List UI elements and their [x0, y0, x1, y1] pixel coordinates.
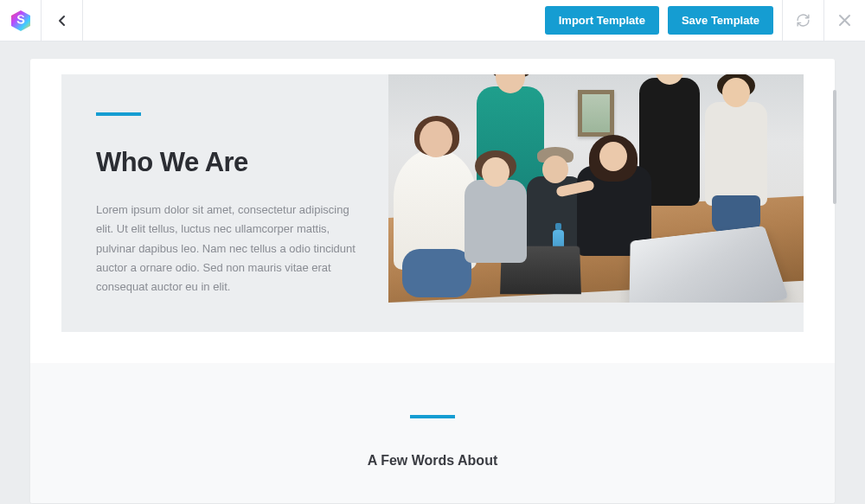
- scrollbar-thumb[interactable]: [833, 90, 836, 204]
- template-page[interactable]: Who We Are Lorem ipsum dolor sit amet, c…: [30, 59, 835, 503]
- hero-text-column: Who We Are Lorem ipsum dolor sit amet, c…: [61, 74, 388, 332]
- app-logo[interactable]: [0, 0, 42, 41]
- about-title[interactable]: A Few Words About: [30, 453, 835, 469]
- import-template-button[interactable]: Import Template: [545, 6, 659, 35]
- hero-section[interactable]: Who We Are Lorem ipsum dolor sit amet, c…: [61, 74, 804, 332]
- accent-bar: [410, 415, 455, 418]
- refresh-button[interactable]: [782, 0, 823, 41]
- save-template-button[interactable]: Save Template: [668, 6, 773, 35]
- chevron-left-icon: [55, 14, 69, 28]
- accent-bar: [96, 112, 141, 116]
- logo-icon: [10, 10, 32, 32]
- hero-image[interactable]: [388, 74, 804, 303]
- refresh-icon: [796, 13, 811, 28]
- close-button[interactable]: [823, 0, 865, 41]
- close-icon: [838, 14, 851, 27]
- team-photo-placeholder: [388, 74, 804, 303]
- hero-body-text[interactable]: Lorem ipsum dolor sit amet, consectetur …: [96, 201, 362, 297]
- hero-title[interactable]: Who We Are: [96, 147, 362, 178]
- editor-topbar: Import Template Save Template: [0, 0, 865, 41]
- editor-canvas[interactable]: Who We Are Lorem ipsum dolor sit amet, c…: [0, 41, 865, 504]
- about-section[interactable]: A Few Words About: [30, 363, 835, 503]
- back-button[interactable]: [42, 0, 83, 41]
